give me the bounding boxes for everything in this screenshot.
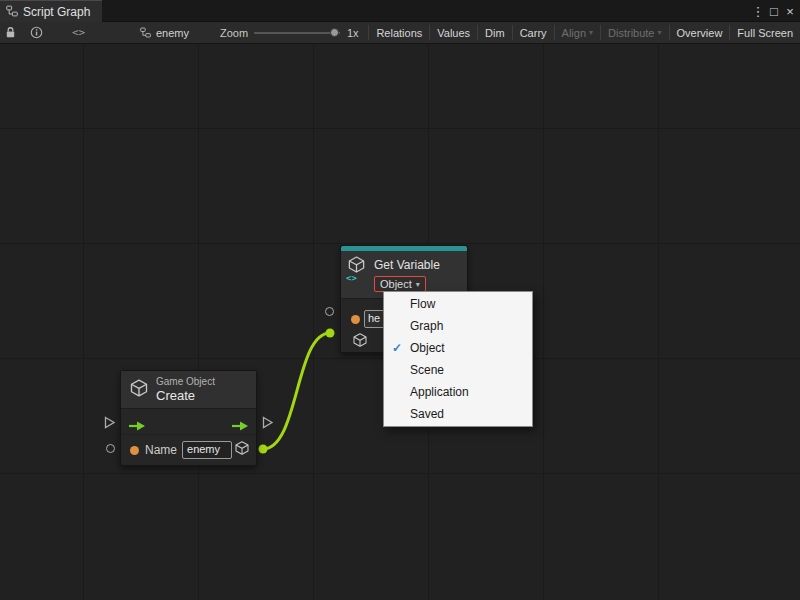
flow-out-port[interactable] (262, 415, 274, 433)
overview-button[interactable]: Overview (670, 22, 730, 43)
kind-dropdown-menu: Flow Graph ✓Object Scene Application Sav… (383, 291, 533, 427)
name-label: Name (145, 443, 177, 457)
check-icon: ✓ (384, 341, 410, 355)
game-object-output-cube-icon (234, 440, 250, 460)
node-subtitle: Game Object (156, 376, 215, 387)
lock-icon[interactable] (4, 22, 17, 43)
menu-item-scene[interactable]: Scene (384, 359, 532, 381)
script-graph-window: Script Graph ⋮ □ × <> enemy Zoom 1x Rela… (0, 0, 800, 600)
create-node-header: Game Object Create (121, 371, 256, 409)
graph-breadcrumb[interactable]: enemy (140, 22, 189, 43)
name-value-port[interactable] (106, 444, 115, 453)
node-title: Get Variable (374, 258, 440, 272)
zoom-slider-handle[interactable] (330, 28, 339, 37)
script-graph-icon (6, 3, 18, 21)
name-input[interactable]: enemy (182, 441, 232, 459)
toolbar-buttons: Relations Values Dim Carry Align▾ Distri… (368, 22, 800, 43)
graph-name: enemy (156, 27, 189, 39)
distribute-button: Distribute▾ (601, 22, 668, 43)
game-object-cube-icon (129, 378, 149, 402)
zoom-label: Zoom (220, 22, 248, 43)
info-icon[interactable] (30, 22, 43, 43)
variable-code-icon: <> (346, 273, 357, 283)
menu-item-application[interactable]: Application (384, 381, 532, 403)
variable-kind-dropdown[interactable]: Object ▾ (374, 276, 426, 292)
values-button[interactable]: Values (430, 22, 477, 43)
object-output-cube-icon (352, 332, 368, 352)
carry-button[interactable]: Carry (513, 22, 554, 43)
full-screen-button[interactable]: Full Screen (730, 22, 800, 43)
game-object-create-node[interactable]: Game Object Create Name enemy (120, 370, 257, 466)
menu-item-flow[interactable]: Flow (384, 293, 532, 315)
node-title: Create (156, 388, 215, 403)
align-button: Align▾ (555, 22, 600, 43)
graph-canvas[interactable]: <> Get Variable Object ▾ he (0, 44, 800, 600)
chevron-down-icon: ▾ (416, 280, 420, 289)
flow-in-arrow-icon (128, 417, 146, 435)
flow-ports-row (121, 409, 256, 435)
flow-out-arrow-icon (231, 417, 249, 435)
flow-in-port[interactable] (104, 415, 116, 433)
code-view-icon[interactable]: <> (72, 22, 85, 43)
menu-item-object[interactable]: ✓Object (384, 337, 532, 359)
chevron-down-icon: ▾ (658, 28, 662, 37)
zoom-slider-track[interactable] (254, 32, 340, 34)
name-input-row: Name enemy (121, 435, 256, 465)
get-variable-name-port[interactable] (325, 307, 334, 316)
titlebar: Script Graph ⋮ □ × (0, 0, 800, 22)
string-port-dot (130, 446, 139, 455)
menu-item-graph[interactable]: Graph (384, 315, 532, 337)
close-button[interactable]: × (782, 4, 798, 19)
window-menu-button[interactable]: ⋮ (750, 4, 766, 19)
chevron-down-icon: ▾ (589, 28, 593, 37)
window-controls: ⋮ □ × (750, 0, 798, 22)
graph-toolbar: <> enemy Zoom 1x Relations Values Dim Ca… (0, 22, 800, 44)
dim-button[interactable]: Dim (478, 22, 512, 43)
zoom-value: 1x (347, 22, 359, 43)
menu-item-saved[interactable]: Saved (384, 403, 532, 425)
relations-button[interactable]: Relations (369, 22, 429, 43)
get-variable-cube-icon: <> (347, 255, 369, 281)
graph-crumb-icon (140, 24, 151, 42)
string-port-dot (351, 315, 360, 324)
tab-title: Script Graph (23, 5, 90, 19)
maximize-button[interactable]: □ (766, 4, 782, 19)
tab-script-graph[interactable]: Script Graph (0, 0, 102, 22)
